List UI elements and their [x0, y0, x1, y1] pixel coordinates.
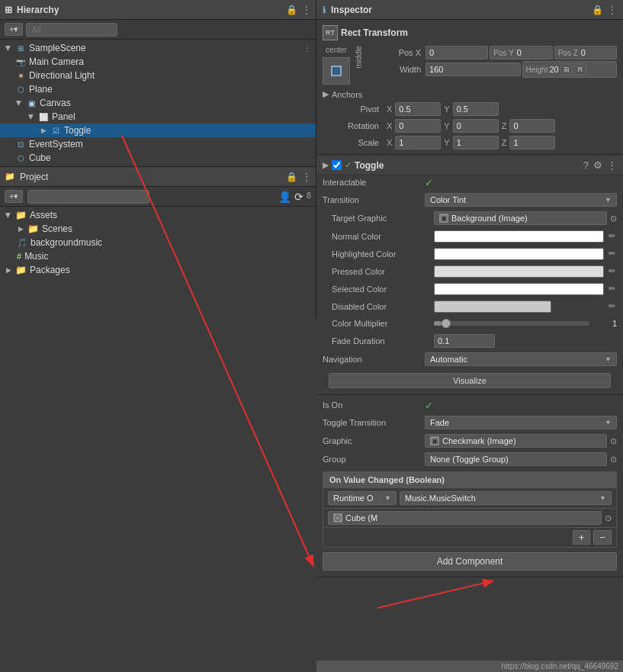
project-search[interactable] [27, 190, 149, 204]
visualize-button[interactable]: Visualize [329, 373, 611, 388]
sync-icon[interactable]: ⟳ [294, 191, 303, 203]
scale-y-field[interactable] [453, 136, 499, 150]
tree-item-toggle[interactable]: ▶ ☑ Toggle [0, 124, 316, 137]
target-select-icon[interactable]: ⊙ [610, 214, 617, 223]
rot-y-field[interactable] [453, 119, 499, 133]
tree-item-maincamera[interactable]: 📷 Main Camera [0, 55, 316, 69]
group-ref[interactable]: None (Toggle Group) [425, 452, 607, 466]
component-enabled-checkbox[interactable] [332, 160, 342, 170]
pressed-color-swatch[interactable] [434, 265, 604, 278]
lock-icon[interactable]: 🔒 [286, 172, 297, 182]
interactable-checkbox[interactable]: ✓ [425, 177, 433, 188]
watermark-url: https://blog.csdn.net/qq_46649692 [502, 662, 618, 670]
expand-icon: ▶ [17, 225, 24, 233]
file-item-music[interactable]: # Music [2, 249, 314, 263]
tree-item-cube[interactable]: ⬡ Cube [0, 151, 316, 165]
rot-x-field[interactable] [395, 119, 441, 133]
folder-item-assets[interactable]: ▶ 📁 Assets [2, 208, 314, 222]
normal-color-swatch[interactable] [434, 230, 604, 243]
transition-value: Color Tint ▼ [425, 193, 617, 207]
component-expand-arrow: ▶ [323, 160, 329, 170]
edit-disabled-icon[interactable]: ✏ [607, 300, 617, 313]
fade-duration-field[interactable] [434, 334, 495, 348]
rot-z-label: Z [502, 121, 507, 130]
tree-item-panel[interactable]: ▶ ⬜ Panel [0, 110, 316, 124]
project-folder-icon: 📁 [5, 172, 15, 182]
tree-item-eventsystem[interactable]: ⊡ EventSystem [0, 137, 316, 151]
more-icon[interactable]: ⋮ [607, 159, 617, 171]
more-icon[interactable]: ⋮ [302, 172, 311, 182]
tree-item-plane[interactable]: ⬡ Plane [0, 82, 316, 96]
graphic-target-icon[interactable]: ⊙ [610, 436, 617, 446]
tree-item-canvas[interactable]: ▶ ▣ Canvas [0, 96, 316, 110]
disabled-color-swatch[interactable] [434, 301, 551, 313]
add-component-button[interactable]: Add Component [323, 552, 617, 571]
remove-event-button[interactable]: − [593, 530, 612, 545]
group-target-icon[interactable]: ⊙ [610, 455, 617, 465]
width-field[interactable]: 160 [426, 63, 521, 76]
add-button[interactable]: +▾ [5, 23, 23, 36]
target-graphic-ref[interactable]: ▣ Background (Image) [434, 211, 607, 225]
help-icon[interactable]: ? [583, 159, 589, 171]
rot-z-field[interactable] [509, 119, 555, 133]
hierarchy-grid-icon: ⊞ [5, 5, 12, 15]
edit-color-icon[interactable]: ✏ [607, 230, 617, 243]
edit-pressed-icon[interactable]: ✏ [607, 265, 617, 278]
runtime-dropdown[interactable]: Runtime O ▼ [328, 491, 397, 505]
pos-x-field[interactable]: 0 [426, 46, 488, 59]
person-icon[interactable]: 👤 [278, 191, 291, 203]
tree-item-directionallight[interactable]: ☀ Directional Light [0, 69, 316, 82]
lock-icon[interactable]: 🔒 [286, 5, 297, 15]
square-btn[interactable]: ⊞ [560, 63, 573, 76]
tree-label: EventSystem [29, 139, 83, 150]
transition-dropdown[interactable]: Color Tint ▼ [425, 193, 617, 207]
r-btn[interactable]: R [574, 63, 586, 76]
selected-color-swatch[interactable] [434, 283, 604, 295]
expand-arrow: ▶ [5, 44, 12, 52]
pos-z-field[interactable]: Pos Z 0 [554, 46, 617, 59]
project-content: ▶ 📁 Assets ▶ 📁 Scenes 🎵 backgroundmusic [0, 207, 316, 319]
selected-color-label: Selected Color [332, 285, 431, 294]
camera-icon: 📷 [15, 56, 26, 67]
toggle-transition-dropdown[interactable]: Fade ▼ [425, 416, 617, 429]
highlighted-color-row: Highlighted Color ✏ [316, 245, 623, 262]
pivot-x-field[interactable] [395, 102, 441, 116]
graphic-ref[interactable]: ▣ Checkmark (Image) [425, 434, 607, 448]
color-multiplier-row: Color Multiplier 1 [316, 315, 623, 332]
event-obj-ref[interactable]: ⬡ Cube (M [328, 511, 602, 525]
width-value: 160 [429, 65, 443, 74]
height-field[interactable]: Height 20 ⊞ R [522, 61, 618, 78]
scale-y-label: Y [444, 138, 449, 147]
add-asset-button[interactable]: +▾ [5, 190, 23, 203]
color-multiplier-slider[interactable]: 1 [434, 319, 617, 328]
more-icon[interactable]: ⋮ [608, 5, 617, 15]
lock-icon[interactable]: 🔒 [592, 5, 603, 15]
method-dropdown[interactable]: Music.MusicSwitch ▼ [400, 491, 612, 505]
file-item-bgmusic[interactable]: 🎵 backgroundmusic [2, 236, 314, 249]
is-on-checkbox[interactable]: ✓ [425, 400, 433, 411]
anchors-arrow[interactable]: ▶ [323, 89, 329, 99]
cube-target-icon[interactable]: ⊙ [605, 513, 612, 523]
scale-z-field[interactable] [509, 136, 555, 150]
method-value: Music.MusicSwitch [405, 494, 476, 503]
toggle-component-header[interactable]: ▶ ✓ Toggle ? ⚙ ⋮ [316, 156, 623, 174]
scene-more[interactable]: ⋮ [303, 44, 311, 53]
pivot-y-field[interactable] [453, 102, 499, 116]
more-icon[interactable]: ⋮ [302, 5, 311, 15]
hierarchy-search[interactable] [26, 23, 117, 37]
edit-selected-icon[interactable]: ✏ [607, 282, 617, 295]
navigation-dropdown[interactable]: Automatic ▼ [425, 352, 617, 366]
settings-icon[interactable]: ⚙ [593, 159, 602, 171]
tree-item-samplescene[interactable]: ▶ ⊞ SampleScene ⋮ [0, 41, 316, 55]
hierarchy-header: ⊞ Hierarchy 🔒 ⋮ [0, 0, 316, 20]
audio-icon: 🎵 [17, 238, 27, 248]
add-event-button[interactable]: + [573, 530, 591, 545]
highlighted-color-swatch[interactable] [434, 248, 604, 260]
edit-highlighted-icon[interactable]: ✏ [607, 247, 617, 260]
scale-row: Scale X Y Z [323, 134, 617, 151]
folder-item-packages[interactable]: ▶ 📁 Packages [2, 263, 314, 277]
slider-thumb[interactable] [442, 319, 451, 328]
folder-item-scenes[interactable]: ▶ 📁 Scenes [2, 222, 314, 236]
scale-x-field[interactable] [395, 136, 441, 150]
pos-y-field[interactable]: Pos Y 0 [490, 46, 552, 59]
